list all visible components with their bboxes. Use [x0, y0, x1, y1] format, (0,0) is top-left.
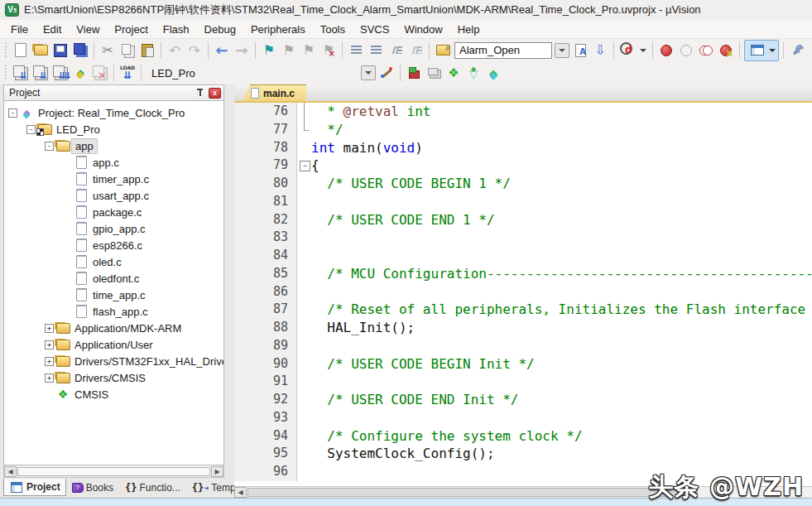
menu-debug[interactable]: Debug [197, 22, 243, 37]
target-combo[interactable]: LED_Pro [147, 65, 271, 81]
fold-marker[interactable] [297, 157, 311, 175]
paste-icon[interactable] [138, 41, 156, 60]
options-for-target-icon[interactable] [377, 64, 396, 82]
tree-item-flash-app-c[interactable]: flash_app.c [4, 303, 223, 320]
navigate-forward-icon[interactable] [233, 41, 251, 60]
tree-item-esp8266-c[interactable]: esp8266.c [4, 237, 223, 253]
rebuild-all-icon[interactable] [51, 64, 70, 82]
build-icon[interactable] [31, 64, 50, 82]
open-file-icon[interactable] [31, 41, 50, 60]
pin-icon[interactable] [195, 87, 206, 99]
unindent-icon[interactable] [367, 41, 385, 60]
project-tree-hscrollbar[interactable]: ◀ ▶ [3, 465, 224, 478]
redo-icon[interactable] [185, 41, 204, 60]
next-bookmark-icon[interactable] [300, 41, 318, 60]
configuration-icon[interactable] [788, 41, 806, 60]
close-panel-button[interactable]: x [209, 88, 221, 99]
window-layout-button[interactable] [744, 40, 779, 61]
scrollbar-thumb[interactable] [17, 467, 210, 476]
tree-item-app[interactable]: -app [4, 137, 223, 154]
menu-peripherals[interactable]: Peripherals [243, 22, 313, 37]
tree-item-cmsis[interactable]: CMSIS [4, 386, 223, 402]
download-icon[interactable]: LOAD [118, 64, 137, 82]
fold-marker[interactable] [297, 121, 311, 139]
search-combo[interactable]: Alarm_Open [454, 42, 552, 59]
previous-bookmark-icon[interactable] [280, 41, 298, 60]
find-icon[interactable] [618, 41, 637, 60]
stop-build-icon[interactable] [91, 64, 109, 82]
disable-all-breakpoints-icon[interactable] [697, 41, 715, 60]
save-icon[interactable] [51, 41, 70, 60]
navigate-back-icon[interactable] [213, 41, 231, 60]
undo-icon[interactable] [166, 41, 184, 60]
panel-tab-project[interactable]: Project [3, 479, 66, 496]
insert-bookmark-icon[interactable] [260, 41, 278, 60]
save-all-icon[interactable] [71, 41, 89, 60]
incremental-find-icon[interactable] [591, 41, 609, 60]
translate-icon[interactable] [12, 64, 30, 82]
find-in-files-icon[interactable] [434, 41, 452, 60]
select-software-packs-icon[interactable] [444, 64, 463, 82]
menu-edit[interactable]: Edit [36, 22, 69, 37]
kill-all-breakpoints-icon[interactable] [717, 41, 735, 60]
menu-project[interactable]: Project [107, 22, 155, 37]
manage-run-time-environment-icon[interactable] [484, 64, 502, 82]
menu-window[interactable]: Window [396, 22, 449, 37]
pack-installer-icon[interactable] [464, 64, 483, 82]
comment-selection-icon[interactable] [387, 41, 405, 60]
expand-icon[interactable]: + [44, 336, 55, 353]
tree-item-application-mdk-arm[interactable]: +Application/MDK-ARM [4, 320, 223, 336]
tree-item-usart-app-c[interactable]: usart_app.c [4, 187, 223, 204]
scroll-left-icon[interactable]: ◀ [4, 466, 17, 477]
tree-item-gpio-app-c[interactable]: gpio_app.c [4, 220, 223, 237]
expand-icon[interactable]: + [44, 320, 55, 336]
tree-item-drivers-cmsis[interactable]: +Drivers/CMSIS [4, 369, 223, 386]
tree-item-oled-c[interactable]: oled.c [4, 253, 223, 270]
panel-splitter[interactable] [224, 84, 234, 498]
tree-item-oledfont-c[interactable]: oledfont.c [4, 270, 223, 287]
target-dropdown-icon[interactable] [361, 65, 376, 80]
uncomment-selection-icon[interactable] [406, 41, 425, 60]
expand-icon[interactable]: + [44, 353, 55, 369]
file-extensions-books-environment-icon[interactable] [405, 64, 423, 82]
search-dropdown-icon[interactable] [555, 43, 569, 58]
fold-marker[interactable] [297, 103, 311, 121]
find-dropdown-icon[interactable] [638, 41, 648, 60]
menu-help[interactable]: Help [450, 22, 488, 37]
menu-tools[interactable]: Tools [313, 22, 353, 37]
collapse-icon[interactable]: - [7, 104, 18, 121]
clear-all-bookmarks-icon[interactable] [320, 41, 338, 60]
menu-flash[interactable]: Flash [156, 22, 197, 37]
tree-item-application-user[interactable]: +Application/User [4, 336, 223, 353]
insert-remove-breakpoint-icon[interactable] [657, 41, 675, 60]
panel-tab-books[interactable]: ?Books [66, 479, 119, 496]
find-in-files-dialog-icon[interactable] [571, 41, 589, 60]
tree-item-project-real-time-clock-pro[interactable]: -Project: Real_Time_Clock_Pro [4, 104, 223, 121]
scroll-left-icon[interactable]: ◀ [234, 487, 247, 498]
cut-icon[interactable] [98, 41, 117, 60]
tree-item-drivers-stm32f1xx-hal-driver[interactable]: +Drivers/STM32F1xx_HAL_Driver [4, 353, 223, 369]
menu-svcs[interactable]: SVCS [353, 22, 396, 37]
tree-item-app-c[interactable]: app.c [4, 154, 223, 171]
collapse-icon[interactable]: - [26, 121, 36, 137]
batch-build-icon[interactable] [71, 64, 89, 82]
scrollbar-thumb[interactable] [247, 488, 698, 497]
tree-item-time-app-c[interactable]: time_app.c [4, 287, 223, 303]
menu-file[interactable]: File [3, 22, 36, 37]
copy-icon[interactable] [118, 41, 137, 60]
manage-multi-project-workspace-icon[interactable] [425, 64, 443, 82]
new-file-icon[interactable] [12, 41, 30, 60]
enable-disable-breakpoint-icon[interactable] [677, 41, 695, 60]
indent-icon[interactable] [347, 41, 365, 60]
tree-item-led-pro[interactable]: -LED_Pro [4, 121, 223, 137]
panel-tab-functio[interactable]: {}Functio... [119, 479, 186, 496]
tab-main-c[interactable]: main.c [243, 84, 306, 101]
toolbar-separator [94, 42, 94, 59]
code-editor[interactable]: 76 * @retval int77 */78int main(void)79{… [234, 103, 812, 486]
expand-icon[interactable]: + [44, 369, 55, 386]
menu-view[interactable]: View [69, 22, 107, 37]
scroll-right-icon[interactable]: ▶ [211, 466, 223, 477]
tree-item-package-c[interactable]: package.c [4, 204, 223, 220]
tree-item-timer-app-c[interactable]: timer_app.c [4, 171, 223, 187]
collapse-icon[interactable]: - [44, 137, 55, 154]
